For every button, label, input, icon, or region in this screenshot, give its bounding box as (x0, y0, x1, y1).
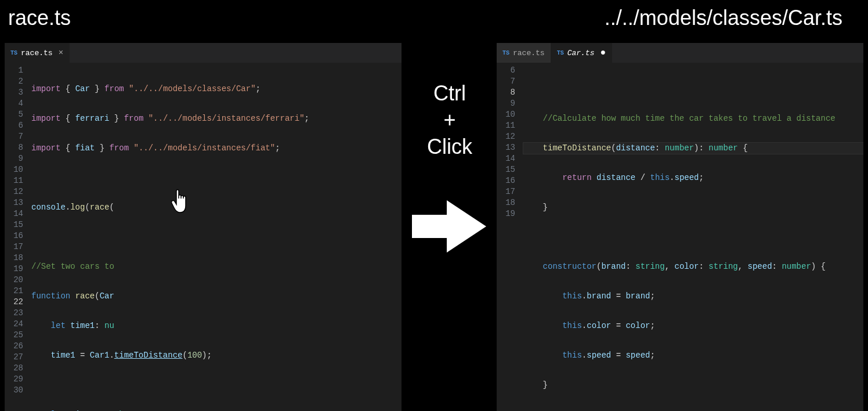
tabbar-left: TS race.ts × (5, 43, 402, 63)
tab-filename: race.ts (513, 49, 545, 57)
ctrl-text: Ctrl (406, 81, 493, 106)
title-right: ../../models/classes/Car.ts (605, 6, 842, 30)
tab-filename: race.ts (21, 49, 53, 57)
tabbar-right: TS race.ts TS Car.ts ● (497, 43, 863, 63)
tab-race-ts[interactable]: TS race.ts × (5, 43, 70, 63)
code-area-right[interactable]: 678910111213141516171819 //Calculate how… (497, 63, 863, 411)
editor-right: TS race.ts TS Car.ts ● 67891011121314151… (497, 43, 863, 411)
editor-left: TS race.ts × 123456789101112131415161718… (5, 43, 402, 411)
gutter-left: 1234567891011121314151617181920212223242… (5, 63, 31, 411)
go-to-definition-link[interactable]: timeToDistance (114, 351, 183, 360)
click-text: Click (406, 135, 493, 159)
ts-badge-icon: TS (502, 50, 509, 56)
center-instruction: Ctrl + Click (406, 81, 493, 161)
tab-car-ts[interactable]: TS Car.ts ● (551, 43, 612, 63)
tab-race-ts-right[interactable]: TS race.ts (497, 43, 551, 63)
arrow-icon (412, 197, 487, 255)
tab-filename: Car.ts (567, 49, 595, 57)
close-icon[interactable]: × (59, 48, 63, 57)
ts-badge-icon: TS (10, 50, 17, 56)
gutter-right: 678910111213141516171819 (497, 63, 523, 411)
plus-text: + (406, 108, 493, 132)
code-lines-right[interactable]: //Calculate how much time the car takes … (523, 63, 863, 411)
code-area-left[interactable]: 1234567891011121314151617181920212223242… (5, 63, 402, 411)
ts-badge-icon: TS (557, 50, 564, 56)
code-lines-left[interactable]: import { Car } from "../../models/classe… (31, 63, 402, 411)
title-left: race.ts (8, 6, 71, 30)
